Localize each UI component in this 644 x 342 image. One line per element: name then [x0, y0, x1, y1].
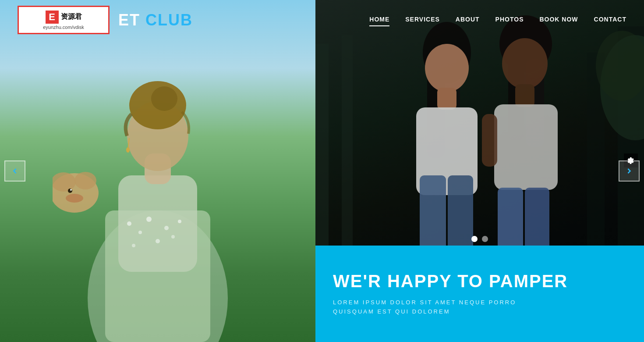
svg-point-40 — [502, 38, 548, 89]
svg-rect-42 — [494, 104, 558, 190]
svg-point-14 — [132, 244, 135, 247]
site-title: ET CLUB — [118, 11, 193, 29]
svg-rect-41 — [515, 84, 534, 107]
svg-rect-23 — [315, 44, 329, 254]
dot-2[interactable] — [482, 236, 488, 242]
watermark-letter: E — [46, 11, 59, 24]
svg-point-32 — [425, 44, 469, 92]
info-box: WE'R HAPPY TO PAMPER LOREM IPSUM DOLOR S… — [315, 246, 644, 342]
nav-about[interactable]: ABOUT — [456, 16, 480, 25]
svg-rect-45 — [525, 188, 549, 253]
svg-rect-24 — [342, 35, 353, 254]
watermark-cn-text: 资源君 — [61, 12, 82, 21]
svg-point-10 — [138, 231, 142, 234]
hero-left-panel — [0, 0, 315, 342]
svg-point-16 — [171, 235, 175, 239]
hero-right-panel: WE'R HAPPY TO PAMPER LOREM IPSUM DOLOR S… — [315, 0, 644, 342]
svg-rect-35 — [420, 175, 446, 254]
nav-book-now[interactable]: BOOK NOW — [539, 16, 578, 25]
svg-point-22 — [70, 189, 72, 191]
svg-point-19 — [74, 172, 96, 189]
svg-point-15 — [156, 239, 160, 243]
watermark: E 资源君 eyunzhu.com/vdisk — [18, 6, 110, 34]
svg-rect-33 — [437, 88, 456, 110]
svg-point-11 — [146, 217, 152, 222]
prev-slide-button[interactable] — [4, 160, 25, 182]
nav-home[interactable]: HOME — [369, 16, 389, 25]
svg-point-21 — [68, 189, 72, 193]
svg-point-6 — [151, 86, 177, 111]
svg-rect-43 — [482, 114, 497, 167]
next-slide-button[interactable] — [619, 160, 640, 182]
slide-dots — [471, 236, 488, 242]
svg-point-13 — [178, 220, 181, 223]
nav-photos[interactable]: PHOTOS — [495, 16, 524, 25]
header: E 资源君 eyunzhu.com/vdisk ET CLUB HOME SER… — [0, 0, 644, 40]
main-nav: HOME SERVICES ABOUT PHOTOS BOOK NOW CONT… — [369, 16, 626, 25]
svg-point-8 — [126, 147, 130, 153]
svg-point-12 — [164, 226, 169, 230]
woman-silhouette — [53, 35, 263, 342]
hero-section: WE'R HAPPY TO PAMPER LOREM IPSUM DOLOR S… — [0, 0, 644, 342]
logo-area: E 资源君 eyunzhu.com/vdisk ET CLUB — [18, 6, 193, 34]
nav-contact[interactable]: CONTACT — [594, 16, 626, 25]
svg-point-20 — [66, 194, 83, 203]
watermark-url: eyunzhu.com/vdisk — [43, 25, 84, 30]
svg-rect-44 — [498, 188, 523, 253]
dot-1[interactable] — [471, 236, 478, 242]
svg-rect-36 — [448, 175, 473, 254]
nav-services[interactable]: SERVICES — [405, 16, 440, 25]
info-box-text: LOREM IPSUM DOLOR SIT AMET NEQUE PORRO Q… — [333, 298, 626, 317]
svg-point-9 — [127, 221, 131, 226]
info-box-title: WE'R HAPPY TO PAMPER — [333, 271, 626, 291]
